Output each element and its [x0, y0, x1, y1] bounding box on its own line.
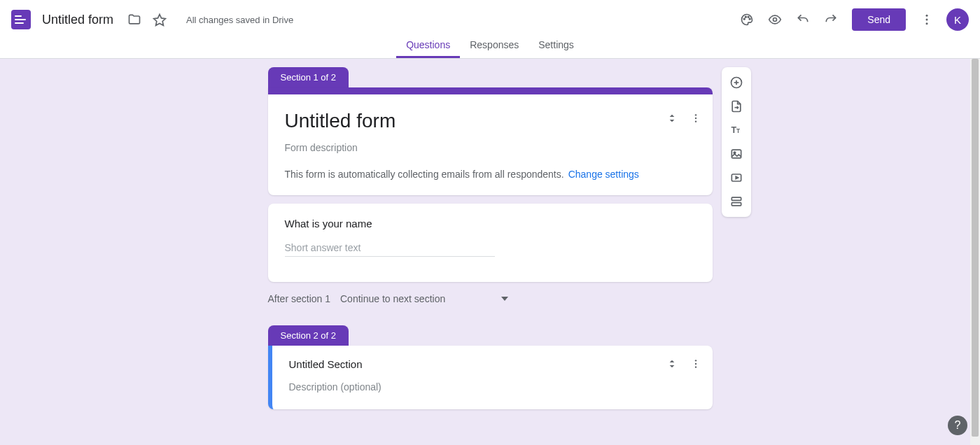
- section-2-header-card[interactable]: Untitled Section Description (optional): [268, 346, 713, 409]
- form-description-placeholder[interactable]: Form description: [285, 142, 696, 153]
- scrollbar-track[interactable]: [970, 59, 980, 445]
- dropdown-arrow-icon: [501, 295, 508, 302]
- svg-rect-26: [732, 203, 741, 206]
- collapse-section-icon[interactable]: [666, 113, 678, 124]
- change-settings-link[interactable]: Change settings: [568, 169, 639, 180]
- question-1-title[interactable]: What is your name: [285, 218, 696, 229]
- after-section-label: After section 1: [268, 293, 331, 304]
- add-title-icon[interactable]: TT: [724, 119, 749, 141]
- section-2-actions: [666, 358, 701, 369]
- forms-logo[interactable]: [11, 10, 31, 29]
- section-1: Section 1 of 2 Untitled form Form descri…: [268, 67, 713, 304]
- svg-marker-24: [736, 176, 738, 178]
- folder-icon[interactable]: [122, 7, 147, 32]
- question-card-1[interactable]: What is your name Short answer text: [268, 204, 713, 282]
- save-status-text: All changes saved in Drive: [186, 15, 293, 25]
- svg-point-9: [694, 114, 696, 115]
- svg-point-11: [694, 120, 696, 122]
- svg-point-8: [926, 22, 928, 24]
- scrollbar-thumb[interactable]: [972, 59, 979, 437]
- after-section-select[interactable]: Continue to next section: [340, 293, 508, 304]
- add-section-icon[interactable]: [724, 190, 749, 213]
- after-section-value: Continue to next section: [340, 293, 445, 304]
- section-2: Section 2 of 2 Untitled Section Descript…: [268, 325, 713, 409]
- svg-point-7: [926, 19, 928, 21]
- section-2-description-placeholder[interactable]: Description (optional): [289, 381, 696, 393]
- topbar: Untitled form All changes saved in Drive…: [0, 0, 980, 39]
- document-title[interactable]: Untitled form: [42, 13, 113, 27]
- svg-point-3: [748, 16, 750, 17]
- svg-point-1: [744, 18, 746, 20]
- help-icon[interactable]: ?: [948, 416, 967, 435]
- tab-responses[interactable]: Responses: [460, 36, 528, 58]
- svg-point-10: [694, 118, 696, 119]
- svg-rect-25: [732, 197, 741, 200]
- header-card-actions: [666, 113, 701, 124]
- svg-point-6: [926, 15, 928, 17]
- tab-settings[interactable]: Settings: [528, 36, 584, 58]
- short-answer-placeholder: Short answer text: [285, 242, 495, 257]
- preview-icon[interactable]: [762, 7, 788, 32]
- email-collection-notice: This form is automatically collecting em…: [285, 169, 696, 180]
- floating-toolbar: TT: [722, 67, 751, 217]
- section-1-badge: Section 1 of 2: [268, 67, 349, 87]
- collapse-section-2-icon[interactable]: [666, 358, 678, 369]
- svg-point-13: [694, 363, 696, 365]
- section-2-more-icon[interactable]: [690, 358, 701, 369]
- import-questions-icon[interactable]: [724, 95, 749, 118]
- section-2-badge: Section 2 of 2: [268, 325, 349, 346]
- add-image-icon[interactable]: [724, 143, 749, 165]
- svg-rect-21: [732, 150, 741, 158]
- more-menu-icon[interactable]: [914, 7, 939, 32]
- svg-point-14: [694, 366, 696, 367]
- section-2-title[interactable]: Untitled Section: [289, 358, 696, 370]
- svg-marker-0: [154, 15, 166, 26]
- svg-point-5: [774, 18, 777, 22]
- add-question-icon[interactable]: [724, 71, 749, 94]
- section-more-icon[interactable]: [690, 113, 701, 124]
- after-section-row: After section 1 Continue to next section: [268, 293, 713, 304]
- palette-icon[interactable]: [734, 7, 760, 32]
- form-title[interactable]: Untitled form: [285, 110, 696, 132]
- content-area: Section 1 of 2 Untitled form Form descri…: [268, 59, 713, 409]
- add-video-icon[interactable]: [724, 167, 749, 189]
- send-button[interactable]: Send: [852, 8, 906, 31]
- svg-text:T: T: [736, 127, 740, 134]
- avatar[interactable]: K: [946, 8, 969, 31]
- redo-icon[interactable]: [818, 7, 844, 32]
- star-icon[interactable]: [147, 7, 172, 32]
- form-header-card[interactable]: Untitled form Form description This form…: [268, 87, 713, 195]
- svg-point-12: [694, 360, 696, 361]
- collect-text: This form is automatically collecting em…: [285, 169, 564, 180]
- svg-point-2: [746, 16, 747, 17]
- canvas: Section 1 of 2 Untitled form Form descri…: [0, 59, 980, 445]
- tabbar: Questions Responses Settings: [0, 39, 980, 59]
- svg-point-4: [750, 18, 751, 20]
- topbar-right: Send K: [734, 7, 969, 32]
- tab-questions[interactable]: Questions: [396, 36, 460, 58]
- undo-icon[interactable]: [790, 7, 816, 32]
